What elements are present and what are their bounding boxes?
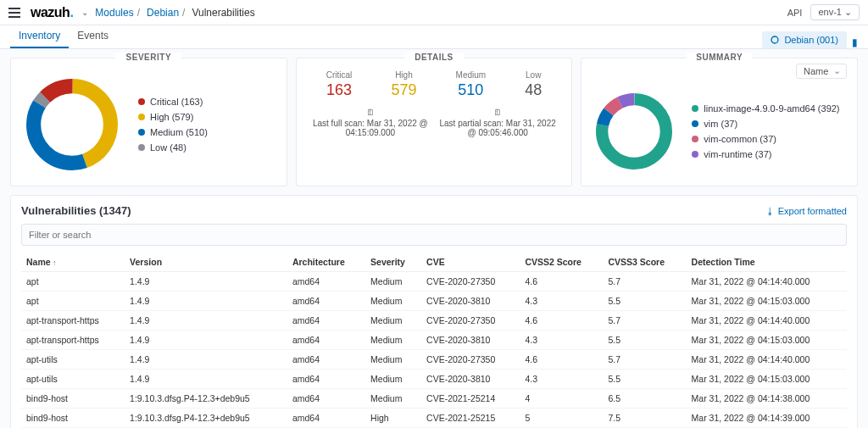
legend-item[interactable]: vim (37)	[692, 119, 839, 129]
cell: CVE-2020-27350	[421, 311, 520, 331]
cell: Medium	[365, 389, 421, 409]
legend-item[interactable]: linux-image-4.9.0-9-amd64 (392)	[692, 103, 839, 114]
legend-item[interactable]: vim-common (37)	[692, 134, 839, 144]
cell: CVE-2020-3810	[421, 292, 520, 311]
table-row[interactable]: apt-utils1.4.9amd64MediumCVE-2020-273504…	[21, 350, 847, 370]
table-row[interactable]: apt-utils1.4.9amd64MediumCVE-2020-38104.…	[21, 370, 847, 389]
card-title: SEVERITY	[116, 53, 181, 62]
col-header[interactable]: Detection Time	[687, 253, 847, 272]
legend-dot-icon	[692, 151, 698, 158]
table-row[interactable]: apt1.4.9amd64MediumCVE-2020-273504.65.7M…	[21, 272, 847, 292]
cell: amd64	[287, 311, 365, 331]
panel-title: Vulnerabilities (1347)	[21, 204, 131, 217]
legend-label: linux-image-4.9.0-9-amd64 (392)	[704, 103, 839, 114]
cell: amd64	[287, 370, 365, 389]
cell: amd64	[287, 292, 365, 311]
cell: Mar 31, 2022 @ 04:14:39.000	[687, 409, 847, 428]
cell: High	[365, 409, 421, 428]
legend-label: vim-common (37)	[704, 134, 776, 144]
cell: 6.5	[603, 389, 686, 409]
pin-icon[interactable]: ▮	[852, 36, 858, 48]
detail-label: Medium	[456, 70, 487, 80]
detail-value: 579	[391, 81, 416, 99]
detail-cell: High579	[391, 70, 416, 99]
table-row[interactable]: apt-transport-https1.4.9amd64MediumCVE-2…	[21, 331, 847, 350]
legend-dot-icon	[692, 120, 698, 127]
legend-dot-icon	[138, 114, 145, 120]
col-header[interactable]: CVE	[421, 253, 520, 272]
detail-cell: Medium510	[456, 70, 487, 99]
cell: 5.7	[603, 350, 686, 370]
cell: apt-utils	[21, 370, 125, 389]
detail-label: High	[391, 70, 416, 80]
cell: Medium	[365, 292, 421, 311]
legend-label: vim-runtime (37)	[704, 149, 771, 159]
cell: amd64	[287, 331, 365, 350]
cell: 7.5	[603, 409, 686, 428]
breadcrumb-agent[interactable]: Debian	[147, 7, 179, 19]
tab-events[interactable]: Events	[69, 25, 117, 48]
table-row[interactable]: apt-transport-https1.4.9amd64MediumCVE-2…	[21, 311, 847, 331]
environment-selector[interactable]: env-1 ⌄	[810, 4, 860, 20]
menu-icon[interactable]	[8, 8, 20, 18]
cell: 4	[520, 389, 603, 409]
detail-value: 163	[326, 81, 353, 99]
cell: Mar 31, 2022 @ 04:14:38.000	[687, 389, 847, 409]
cell: CVE-2020-27350	[421, 272, 520, 292]
api-label: API	[787, 8, 803, 18]
cell: 1.4.9	[125, 272, 287, 292]
breadcrumb-modules[interactable]: Modules	[95, 7, 133, 19]
cell: Mar 31, 2022 @ 04:15:03.000	[687, 292, 847, 311]
cell: 1.4.9	[125, 350, 287, 370]
col-header[interactable]: CVSS2 Score	[520, 253, 603, 272]
cell: 4.6	[520, 272, 603, 292]
cell: Mar 31, 2022 @ 04:14:40.000	[687, 311, 847, 331]
col-header[interactable]: Severity	[365, 253, 421, 272]
detail-cell: Low48	[525, 70, 542, 99]
cell: amd64	[287, 350, 365, 370]
legend-item[interactable]: vim-runtime (37)	[692, 149, 839, 159]
col-header[interactable]: Name	[21, 253, 125, 272]
legend-label: High (579)	[150, 112, 193, 122]
legend-item[interactable]: Medium (510)	[138, 127, 208, 137]
cell: 5.5	[603, 292, 686, 311]
col-header[interactable]: CVSS3 Score	[603, 253, 686, 272]
legend-item[interactable]: Low (48)	[138, 142, 208, 153]
cell: Mar 31, 2022 @ 04:15:03.000	[687, 331, 847, 350]
table-row[interactable]: bind9-host1:9.10.3.dfsg.P4-12.3+deb9u5am…	[21, 389, 847, 409]
cell: CVE-2020-3810	[421, 370, 520, 389]
cell: 5	[520, 409, 603, 428]
legend-label: Low (48)	[150, 142, 186, 153]
cell: 1:9.10.3.dfsg.P4-12.3+deb9u5	[125, 409, 287, 428]
chevron-down-icon[interactable]: ⌄	[81, 8, 88, 17]
table-row[interactable]: apt1.4.9amd64MediumCVE-2020-38104.35.5Ma…	[21, 292, 847, 311]
col-header[interactable]: Version	[125, 253, 287, 272]
summary-field-selector[interactable]: Name	[796, 64, 847, 79]
legend-item[interactable]: High (579)	[138, 112, 208, 122]
col-header[interactable]: Architecture	[287, 253, 365, 272]
legend-item[interactable]: Critical (163)	[138, 97, 208, 107]
cell: apt-transport-https	[21, 331, 125, 350]
search-input[interactable]	[21, 224, 847, 246]
details-card: DETAILS Critical163High579Medium510Low48…	[296, 58, 573, 186]
cell: 5.5	[603, 331, 686, 350]
cell: 4.3	[520, 370, 603, 389]
summary-card: SUMMARY Name linux-image-4.9.0-9-amd64 (…	[581, 58, 858, 186]
table-row[interactable]: bind9-host1:9.10.3.dfsg.P4-12.3+deb9u5am…	[21, 409, 847, 428]
tabs-row: Inventory Events Debian (001) ▮	[0, 25, 868, 49]
cell: CVE-2020-3810	[421, 331, 520, 350]
severity-card: SEVERITY Critical (163)High (579)Medium …	[10, 58, 287, 186]
tab-inventory[interactable]: Inventory	[10, 25, 69, 48]
summary-donut	[592, 89, 676, 174]
cell: apt-transport-https	[21, 311, 125, 331]
cell: 4.6	[520, 350, 603, 370]
cell: 1:9.10.3.dfsg.P4-12.3+deb9u5	[125, 389, 287, 409]
calendar-icon: 🗓	[366, 108, 375, 117]
export-button[interactable]: ⭳Export formatted	[765, 206, 847, 216]
cell: apt-utils	[21, 350, 125, 370]
cell: 5.7	[603, 311, 686, 331]
cell: Medium	[365, 370, 421, 389]
cell: 1.4.9	[125, 311, 287, 331]
cell: 1.4.9	[125, 370, 287, 389]
agent-badge[interactable]: Debian (001)	[762, 31, 847, 48]
